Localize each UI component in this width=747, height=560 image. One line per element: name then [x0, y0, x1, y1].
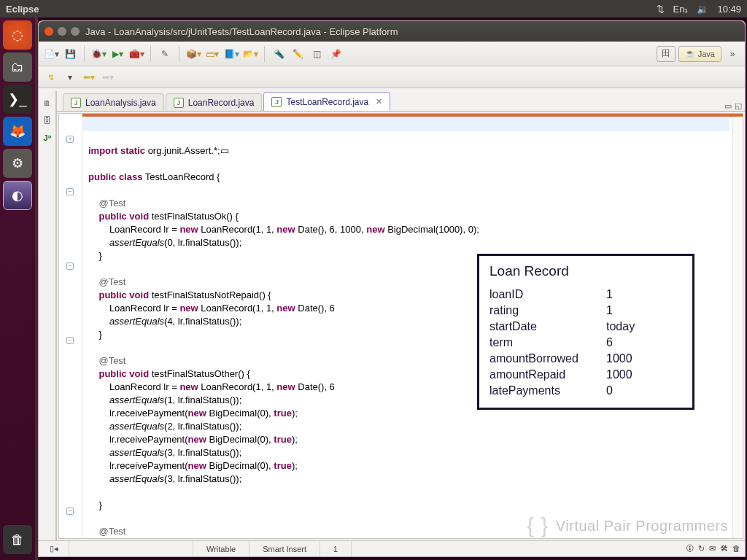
save-button[interactable]: 💾 [62, 46, 78, 62]
window-title: Java - LoanAnalysis/src/jUnitTests/TestL… [85, 26, 398, 37]
sound-icon[interactable]: 🔉 [697, 4, 708, 15]
tab-label: LoanRecord.java [188, 98, 255, 108]
close-icon[interactable] [44, 27, 53, 36]
clock[interactable]: 10:49 [717, 4, 741, 15]
toggle-button[interactable]: ◫ [309, 46, 325, 62]
trash-icon[interactable]: 🗑 [3, 525, 32, 554]
firefox-icon[interactable]: 🦊 [3, 117, 32, 146]
new-class-button[interactable]: ✎ [157, 46, 173, 62]
eclipse-icon[interactable]: ◐ [3, 181, 32, 210]
fold-icon[interactable]: − [66, 188, 74, 195]
nav-toolbar: ↯ ▾ ⬅▾ ➡▾ [39, 66, 745, 88]
last-edit-button[interactable]: ↯ [43, 69, 59, 85]
topbar-app-title: Eclipse [6, 4, 39, 15]
forward-button[interactable]: ➡▾ [100, 69, 116, 85]
tab-label: TestLoanRecord.java [286, 97, 368, 107]
overlay-row: amountRepaid1000 [489, 367, 682, 383]
maximize-view-icon[interactable]: ◱ [735, 101, 742, 111]
tab-tools: ▭ ◱ [724, 101, 745, 111]
overview-ruler[interactable] [732, 114, 743, 538]
statusbar: ▯◂ Writable Smart Insert 1 🛈 ↻ ✉ 🛠 🗑 [39, 540, 745, 556]
network-icon[interactable]: ⇅ [657, 4, 665, 15]
back-button[interactable]: ⬅▾ [81, 69, 97, 85]
maximize-icon[interactable] [71, 27, 80, 36]
junit-view-icon[interactable]: Jᶸ [43, 133, 50, 143]
minimize-view-icon[interactable]: ▭ [724, 101, 732, 111]
overlay-row: amountBorrowed1000 [489, 351, 682, 367]
run-button[interactable]: ▶▾ [109, 46, 125, 62]
fold-icon[interactable]: + [66, 136, 74, 143]
type-button[interactable]: 🗃▾ [204, 46, 220, 62]
watermark: { } Virtual Pair Programmers [527, 513, 728, 538]
close-tab-icon[interactable]: ✕ [376, 97, 382, 106]
sync-icon[interactable]: ↻ [698, 544, 705, 553]
loan-record-overlay: Loan Record loanID1 rating1 startDatetod… [477, 254, 694, 410]
open-perspective-button[interactable]: 田 [657, 46, 676, 62]
package-explorer-icon[interactable]: 🗎 [43, 98, 51, 107]
files-icon[interactable]: 🗂 [3, 52, 32, 82]
tab-loanrecord[interactable]: J LoanRecord.java [166, 93, 263, 111]
status-insert-mode: Smart Insert [249, 541, 320, 556]
class-button[interactable]: 📘▾ [223, 46, 239, 62]
overlay-row: startDatetoday [489, 319, 682, 335]
fold-icon[interactable]: − [66, 508, 74, 515]
settings-icon[interactable]: ⚙ [3, 149, 32, 178]
brace-icon: { } [527, 513, 549, 538]
overlay-row: loanID1 [489, 287, 682, 303]
memory-icon[interactable]: 🗑 [732, 544, 740, 553]
system-topbar: Eclipse ⇅ En₁ 🔉 10:49 [0, 0, 747, 18]
minimize-icon[interactable] [58, 27, 66, 36]
terminal-icon[interactable]: ❯_ [3, 85, 32, 114]
show-views-icon[interactable]: ▯◂ [39, 541, 69, 556]
code-gutter[interactable]: + − − − − [59, 114, 82, 538]
watermark-text: Virtual Pair Programmers [556, 518, 728, 534]
keyboard-layout-icon[interactable]: En₁ [673, 4, 689, 15]
java-file-icon: J [71, 98, 81, 108]
java-perspective-button[interactable]: ☕ Java [678, 46, 721, 62]
nav-dropdown[interactable]: ▾ [62, 69, 78, 85]
fold-icon[interactable]: − [66, 262, 74, 270]
java-file-icon: J [174, 98, 184, 108]
search-button[interactable]: 🔦 [271, 46, 287, 62]
tab-loananalysis[interactable]: J LoanAnalysis.java [63, 93, 164, 111]
perspective-overflow[interactable]: » [724, 46, 740, 62]
dash-home-icon[interactable]: ◌ [3, 20, 32, 50]
left-fast-views: 🗎 🗄 Jᶸ [39, 91, 56, 540]
window-buttons [44, 27, 80, 36]
overlay-row: latePayments0 [489, 383, 682, 399]
main-toolbar: 📄▾ 💾 🐞▾ ▶▾ 🧰▾ ✎ 📦▾ 🗃▾ 📘▾ 📂▾ 🔦 ✏️ ◫ 📌 田 ☕… [39, 42, 745, 66]
package-button[interactable]: 📦▾ [185, 46, 201, 62]
build-icon[interactable]: 🛠 [720, 544, 728, 553]
status-writable: Writable [193, 541, 249, 556]
new-button[interactable]: 📄▾ [43, 46, 59, 62]
coverage-ruler [59, 114, 743, 117]
java-icon: ☕ [685, 49, 695, 58]
debug-button[interactable]: 🐞▾ [90, 46, 107, 62]
annotate-button[interactable]: ✏️ [290, 46, 306, 62]
editor-tabstrip: J LoanAnalysis.java J LoanRecord.java J … [57, 91, 745, 112]
navigator-icon[interactable]: 🗄 [43, 116, 51, 125]
java-file-icon: J [271, 97, 282, 107]
tab-testloanrecord[interactable]: J TestLoanRecord.java ✕ [263, 92, 390, 111]
tip-icon[interactable]: ✉ [709, 544, 716, 553]
ext-tools-button[interactable]: 🧰▾ [128, 46, 144, 62]
tab-label: LoanAnalysis.java [85, 98, 156, 108]
status-line: 1 [320, 541, 352, 556]
current-line-highlight [83, 118, 729, 131]
overlay-title: Loan Record [489, 263, 682, 279]
pin-button[interactable]: 📌 [328, 46, 344, 62]
open-task-button[interactable]: 📂▾ [242, 46, 258, 62]
overlay-row: term6 [489, 335, 682, 351]
unity-launcher: ◌ 🗂 ❯_ 🦊 ⚙ ◐ 🗑 [0, 18, 35, 560]
status-tray: 🛈 ↻ ✉ 🛠 🗑 [686, 544, 745, 553]
fold-icon[interactable]: − [66, 337, 74, 344]
updates-icon[interactable]: 🛈 [686, 544, 694, 553]
topbar-tray: ⇅ En₁ 🔉 10:49 [657, 4, 741, 15]
window-titlebar[interactable]: Java - LoanAnalysis/src/jUnitTests/TestL… [39, 21, 745, 42]
overlay-row: rating1 [489, 303, 682, 319]
